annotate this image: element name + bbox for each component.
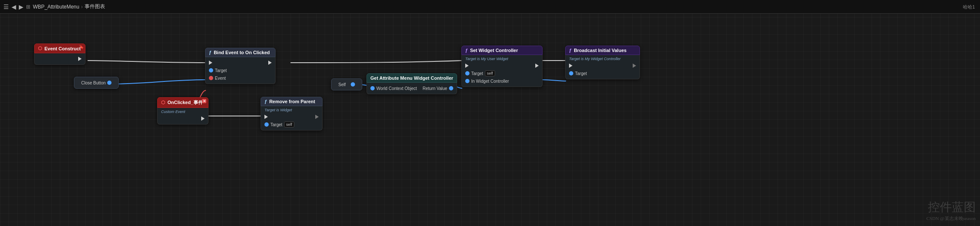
top-bar: ☰ ◀ ▶ ⊞ WBP_AttributeMenu › 事件图表 哈哈1 — [0, 0, 980, 14]
exec-in-pin4 — [569, 64, 572, 68]
close-small-icon: ✕ — [202, 99, 206, 103]
func-icon2: ƒ — [264, 99, 267, 104]
watermark-sub: CSDN @某志未晚season — [926, 215, 976, 222]
watermark: 控件蓝图 CSDN @某志未晚season — [926, 199, 976, 222]
breadcrumb-child[interactable]: 事件图表 — [85, 3, 105, 10]
remove-from-parent-node[interactable]: ƒ Remove from Parent Target is Widget Ta… — [261, 97, 323, 130]
event-construct-body — [34, 53, 85, 65]
breadcrumb: WBP_AttributeMenu › 事件图表 — [33, 3, 105, 10]
close-button-label: Close Button — [81, 81, 106, 85]
close-button-pin — [107, 81, 111, 85]
event-pin — [209, 76, 213, 80]
onclicked-exec-out — [158, 115, 208, 122]
breadcrumb-root[interactable]: WBP_AttributeMenu — [33, 4, 79, 10]
sw-target-pin — [465, 71, 469, 75]
get-attr-menu-node[interactable]: Get Attribute Menu Widget Controller Wor… — [367, 73, 457, 94]
remove-subtitle: Target is Widget — [261, 108, 322, 113]
exec-out-pin4 — [535, 64, 539, 68]
set-widget-body: Target is My User Widget Target self In … — [461, 55, 543, 87]
menu-icon[interactable]: ☰ — [3, 3, 9, 10]
target-pin — [209, 68, 213, 72]
onclicked-header: ⬡ OnClicked_事件 ✕ — [157, 97, 208, 108]
onclicked-subtitle: Custom Event — [158, 110, 208, 115]
back-button[interactable]: ◀ — [12, 3, 16, 10]
broadcast-initial-node[interactable]: ƒ Broadcast Initial Values Target is My … — [565, 46, 640, 79]
exec-out-pin2 — [201, 116, 205, 121]
broadcast-subtitle: Target is My Widget Controller — [566, 57, 640, 62]
set-widget-controller-node[interactable]: ƒ Set Widget Controller Target is My Use… — [461, 46, 543, 87]
set-widget-exec — [462, 62, 542, 70]
set-widget-in: In Widget Controller — [462, 77, 542, 85]
bind-event-header: ƒ Bind Event to On Clicked — [205, 48, 276, 57]
remove-target-row: Target self — [261, 121, 322, 128]
return-val-pin — [449, 86, 453, 90]
get-attr-body: World Context Object Return Value — [367, 83, 457, 94]
exec-in-pin — [209, 61, 212, 65]
set-widget-subtitle: Target is My User Widget — [462, 57, 542, 62]
target-pin2 — [264, 122, 269, 127]
bc-target-pin — [569, 71, 573, 75]
broadcast-body: Target is My Widget Controller Target — [565, 55, 640, 79]
world-context-pin — [370, 86, 375, 90]
set-widget-target: Target self — [462, 70, 542, 77]
self-out-pin — [351, 82, 355, 87]
forward-button[interactable]: ▶ — [19, 3, 23, 10]
exec-in-pin2 — [264, 115, 268, 119]
remove-parent-body: Target is Widget Target self — [261, 106, 323, 130]
bind-exec-in — [205, 59, 275, 67]
watermark-main: 控件蓝图 — [926, 199, 976, 215]
onclicked-event-node[interactable]: ⬡ OnClicked_事件 ✕ Custom Event — [157, 97, 208, 125]
close-button-node[interactable]: Close Button — [74, 77, 119, 89]
bind-event-body: Target Event — [205, 57, 276, 84]
event-icon2: ⬡ — [161, 100, 165, 105]
remove-exec-in — [261, 113, 322, 121]
bookmark-icon: 🔖 — [79, 45, 84, 49]
func-icon3: ƒ — [465, 48, 468, 53]
exec-out-pin — [78, 57, 82, 61]
self-row: Self — [335, 81, 358, 88]
func-icon: ƒ — [209, 50, 211, 55]
bind-event-row: Event — [205, 74, 275, 82]
set-widget-header: ƒ Set Widget Controller — [461, 46, 543, 55]
exec-in-pin3 — [465, 64, 469, 68]
get-attr-header: Get Attribute Menu Widget Controller — [367, 73, 457, 83]
exec-out-ghost — [315, 115, 319, 119]
blueprint-canvas: ⬡ Event Construct 🔖 Close Button ⬡ OnCli… — [0, 14, 980, 226]
func-icon4: ƒ — [569, 48, 572, 53]
onclicked-body: Custom Event — [157, 108, 208, 125]
event-icon: ⬡ — [38, 46, 42, 51]
breadcrumb-separator: › — [81, 4, 83, 10]
exec-out-ghost2 — [633, 64, 636, 68]
remove-parent-header: ƒ Remove from Parent — [261, 97, 323, 106]
broadcast-exec — [566, 62, 640, 70]
close-button-row: Close Button — [78, 79, 115, 87]
grid-icon: ⊞ — [26, 4, 30, 10]
exec-out-row — [35, 55, 85, 63]
exec-out-pin3 — [268, 61, 272, 65]
get-attr-context: World Context Object Return Value — [367, 84, 457, 92]
bind-event-node[interactable]: ƒ Bind Event to On Clicked Target Event — [205, 48, 276, 84]
bind-target-row: Target — [205, 67, 275, 74]
self-node[interactable]: Self — [331, 78, 362, 90]
event-construct-header: ⬡ Event Construct 🔖 — [34, 43, 85, 53]
sw-inwidget-pin — [465, 79, 469, 83]
user-info: 哈哈1 — [963, 3, 975, 10]
broadcast-target: Target — [566, 70, 640, 77]
broadcast-header: ƒ Broadcast Initial Values — [565, 46, 640, 55]
event-construct-node[interactable]: ⬡ Event Construct 🔖 — [34, 43, 85, 65]
